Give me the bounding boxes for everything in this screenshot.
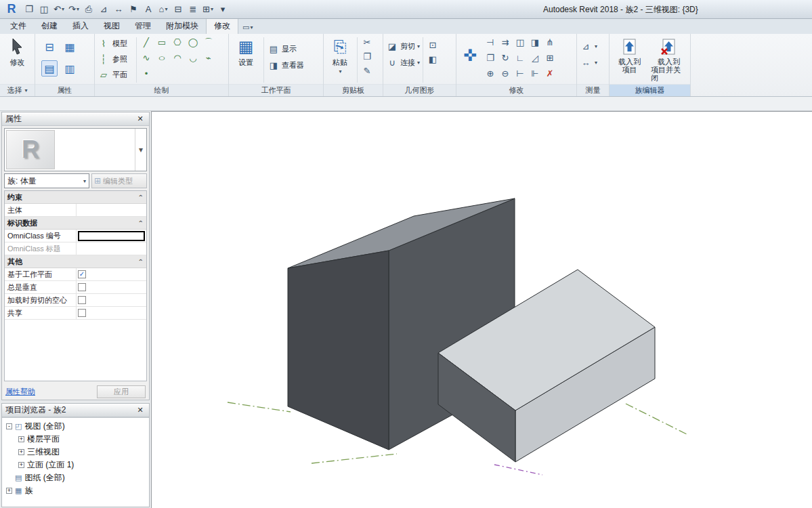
type-selector-dropdown[interactable]: ▾ xyxy=(135,129,146,171)
expander-icon[interactable]: + xyxy=(18,449,24,455)
show-workplane-button[interactable]: ▤显示 xyxy=(267,41,304,56)
type-selector[interactable]: R ▾ xyxy=(4,128,147,171)
trim-single-icon[interactable]: ⊢ xyxy=(513,67,527,80)
section-identity-data[interactable]: 标识数据 ⌃ xyxy=(5,217,146,230)
measure-tool-button[interactable]: ⊿▾ xyxy=(579,39,597,54)
print-button[interactable]: ⎙ xyxy=(81,2,96,17)
panel-label-properties[interactable]: 属性 xyxy=(35,84,94,96)
property-row-cut-voids[interactable]: 加载时剪切的空心 xyxy=(5,294,146,307)
expander-icon[interactable]: + xyxy=(18,462,24,468)
tab-create[interactable]: 创建 xyxy=(34,18,65,34)
section-other[interactable]: 其他 ⌃ xyxy=(5,255,146,268)
properties-palette-icon[interactable]: ▤ xyxy=(41,60,58,77)
tab-view[interactable]: 视图 xyxy=(96,18,127,34)
panel-label-geometry[interactable]: 几何图形 xyxy=(383,84,456,96)
panel-label-draw[interactable]: 绘制 xyxy=(95,84,228,96)
tree-item-elevations[interactable]: + 立面 (立面 1) xyxy=(2,459,149,471)
array-icon[interactable]: ⊞ xyxy=(543,51,557,64)
fillet-arc-tool-icon[interactable]: ⌒ xyxy=(202,36,215,49)
reference-plane-line[interactable] xyxy=(228,402,291,412)
model-line-toggle[interactable]: ⌇模型 xyxy=(97,36,133,51)
redo-button[interactable]: ↷▾ xyxy=(66,2,81,17)
start-end-arc-tool-icon[interactable]: ◠ xyxy=(171,51,184,64)
rotate-icon[interactable]: ↻ xyxy=(498,51,512,64)
section-button[interactable]: ⊟ xyxy=(171,2,186,17)
tree-item-families[interactable]: + ▦ 族 xyxy=(2,484,149,497)
ribbon-display-toggle[interactable]: ▭ ▾ xyxy=(238,21,257,34)
open-button[interactable]: ❐ xyxy=(22,2,37,17)
rectangle-tool-icon[interactable]: ▭ xyxy=(155,36,169,49)
trim-corner-icon[interactable]: ∟ xyxy=(513,51,527,64)
trim-multiple-icon[interactable]: ⊩ xyxy=(528,67,542,80)
align-icon[interactable]: ⊣ xyxy=(484,36,497,49)
reference-line-toggle[interactable]: ┆参照 xyxy=(97,51,133,67)
dimension-tool-button[interactable]: ↔▾ xyxy=(579,55,597,70)
panel-label-modify[interactable]: 修改 xyxy=(456,84,576,96)
reference-plane-line[interactable] xyxy=(312,454,397,463)
tree-item-views[interactable]: - ◰ 视图 (全部) xyxy=(2,420,149,433)
workplane-viewer-button[interactable]: ◨查看器 xyxy=(267,58,304,72)
family-category-icon[interactable]: ⊟ xyxy=(41,39,58,55)
paste-button[interactable]: ⎘ 粘贴 ▾ xyxy=(326,36,354,75)
point-tool-icon[interactable]: • xyxy=(140,67,153,80)
reference-plane-line[interactable] xyxy=(626,404,688,435)
drawing-area-3d-view[interactable] xyxy=(151,111,812,508)
tree-item-floor-plans[interactable]: + 楼层平面 xyxy=(2,433,149,446)
property-row-omniclass-title[interactable]: OmniClass 标题 xyxy=(5,242,146,255)
tab-manage[interactable]: 管理 xyxy=(127,18,158,34)
customize-qat-button[interactable]: ▾ xyxy=(215,2,230,17)
panel-label-measure[interactable]: 测量 xyxy=(577,84,609,96)
family-combo[interactable]: 族: 体量 ▾ xyxy=(4,173,89,188)
cut-voids-checkbox[interactable] xyxy=(78,296,86,304)
reference-plane-toggle[interactable]: ▱平面 xyxy=(97,67,133,83)
tree-item-3d-views[interactable]: + 三维视图 xyxy=(2,446,149,459)
properties-header[interactable]: 属性 ✕ xyxy=(2,112,149,126)
delete-icon[interactable]: ✗ xyxy=(543,67,557,80)
panel-label-select[interactable]: 选择 ▾ xyxy=(0,84,35,96)
pick-lines-tool-icon[interactable]: ⌁ xyxy=(202,51,215,64)
expander-icon[interactable]: + xyxy=(18,436,24,442)
undo-button[interactable]: ↶▾ xyxy=(51,2,66,17)
unpin-icon[interactable]: ⊖ xyxy=(498,67,512,80)
panel-label-workplane[interactable]: 工作平面 xyxy=(229,84,323,96)
property-row-omniclass-number[interactable]: OmniClass 编号 xyxy=(5,230,146,242)
copy-element-icon[interactable]: ❐ xyxy=(484,51,497,64)
line-tool-icon[interactable]: ╱ xyxy=(140,36,153,49)
apply-button[interactable]: 应用 xyxy=(97,385,146,398)
offset-icon[interactable]: ⇉ xyxy=(498,36,512,49)
type-properties-icon[interactable]: ▥ xyxy=(62,60,78,77)
split-element-icon[interactable]: ⋔ xyxy=(543,36,557,49)
tag-button[interactable]: ⚑ xyxy=(126,2,141,17)
panel-label-family-editor[interactable]: 族编辑器 xyxy=(610,84,690,96)
tree-item-sheets[interactable]: ▤ 图纸 (全部) xyxy=(2,471,149,484)
pin-icon[interactable]: ⊕ xyxy=(484,67,497,80)
match-type-icon[interactable]: ✎ xyxy=(360,64,374,77)
tab-insert[interactable]: 插入 xyxy=(65,18,96,34)
property-row-workplane-based[interactable]: 基于工作平面 ✓ xyxy=(5,268,146,281)
load-into-project-button[interactable]: 载入到 项目 xyxy=(612,36,647,75)
aligned-dimension-button[interactable]: ↔ xyxy=(111,2,126,17)
tab-file[interactable]: 文件 xyxy=(3,18,34,34)
omniclass-number-input[interactable] xyxy=(78,231,145,241)
properties-help-link[interactable]: 属性帮助 xyxy=(5,387,97,397)
scale-icon[interactable]: ◿ xyxy=(528,51,542,64)
property-value[interactable] xyxy=(77,204,146,216)
join-geometry-button[interactable]: ∪连接▾ xyxy=(385,55,420,70)
shared-checkbox[interactable] xyxy=(78,309,86,317)
expander-icon[interactable]: + xyxy=(6,488,12,494)
cut-geometry-button[interactable]: ◪剪切▾ xyxy=(385,39,420,54)
close-icon[interactable]: ✕ xyxy=(135,406,146,415)
text-button[interactable]: A xyxy=(141,2,156,17)
tab-add-ins[interactable]: 附加模块 xyxy=(158,18,206,34)
set-workplane-button[interactable]: ▦ 设置 xyxy=(231,36,261,68)
edit-type-button[interactable]: ⊞ 编辑类型 xyxy=(91,173,147,188)
ellipse-tool-icon[interactable]: ○ xyxy=(158,53,165,63)
tab-modify[interactable]: 修改 xyxy=(206,18,238,34)
section-constraints[interactable]: 约束 ⌃ xyxy=(5,191,146,204)
expander-icon[interactable]: - xyxy=(6,423,12,429)
polygon-tool-icon[interactable]: ⎔ xyxy=(171,36,184,49)
panel-label-clipboard[interactable]: 剪贴板 xyxy=(324,84,383,96)
family-types-icon[interactable]: ▦ xyxy=(62,39,78,55)
solid-forms-icon[interactable]: ⊡ xyxy=(426,39,440,51)
app-menu-button[interactable]: R xyxy=(1,1,22,18)
